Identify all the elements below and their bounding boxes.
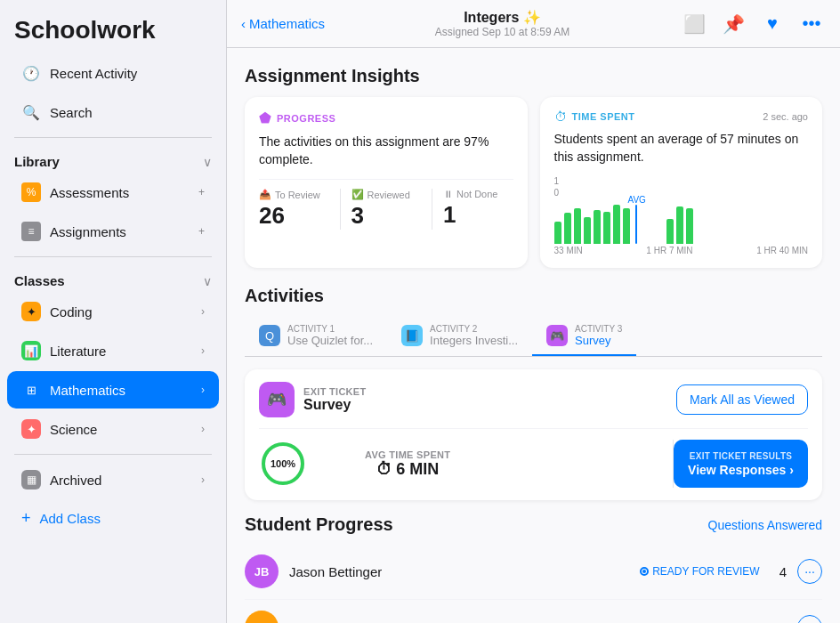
stat-header-not-done: ⏸ Not Done	[443, 189, 497, 199]
avatar-cb: CB	[245, 611, 279, 623]
topbar-center: Integers ✨ Assigned Sep 10 at 8:59 AM	[335, 9, 669, 38]
sidebar-item-archived[interactable]: ▦ Archived ›	[7, 461, 219, 498]
back-chevron-icon: ‹	[241, 16, 246, 31]
quizlet-tab-icon: Q	[259, 325, 280, 346]
chart-label-3: 1 HR 40 MIN	[756, 246, 808, 255]
activities-section: Activities Q ACTIVITY 1 Use Quizlet for.…	[245, 286, 822, 500]
progress-header: Student Progress Questions Answered	[245, 514, 822, 535]
reviewed-icon: ✅	[351, 189, 364, 200]
avg-time-label: AVG TIME SPENT	[365, 449, 450, 460]
ellipsis-icon: •••	[802, 13, 820, 34]
pin-button[interactable]: 📌	[719, 10, 747, 38]
chart-label-1: 33 MIN	[554, 246, 583, 255]
library-section-header: Library ∨	[0, 143, 226, 173]
avg-time-info: AVG TIME SPENT ⏱ 6 MIN	[365, 449, 450, 479]
back-label: Mathematics	[249, 16, 325, 31]
share-button[interactable]: ⬜	[680, 10, 708, 38]
tab3-content: ACTIVITY 3 Survey	[575, 324, 622, 347]
assignments-icon: ≡	[21, 222, 41, 241]
archived-icon: ▦	[21, 470, 41, 490]
to-review-icon: 📤	[259, 189, 271, 200]
divider2	[14, 256, 212, 257]
tab2-number: ACTIVITY 2	[430, 324, 518, 334]
bar-11	[686, 208, 693, 244]
add-class-label: Add Class	[40, 511, 101, 526]
divider	[14, 137, 212, 138]
student-score-jb: 4	[779, 564, 787, 579]
time-timestamp: 2 sec. ago	[763, 111, 808, 122]
to-review-value: 26	[259, 202, 285, 230]
time-icon: ⏱	[554, 109, 567, 124]
sidebar-mathematics-label: Mathematics	[50, 383, 192, 398]
tab1-content: ACTIVITY 1 Use Quizlet for...	[287, 324, 373, 347]
sidebar-item-recent-activity[interactable]: 🕐 Recent Activity	[7, 54, 219, 92]
avg-group: AVG	[642, 234, 660, 244]
insights-row: ⬟ PROGRESS The activities on this assign…	[245, 97, 822, 268]
sidebar-item-label: Recent Activity	[50, 66, 205, 81]
literature-icon: 📊	[21, 341, 41, 360]
circle-pct: 100%	[271, 458, 295, 469]
stat-header-review: 📤 To Review	[259, 189, 320, 200]
sidebar-item-assignments[interactable]: ≡ Assignments +	[7, 213, 219, 250]
bar-chart-container: 1 0 AVG	[554, 176, 809, 255]
back-button[interactable]: ‹ Mathematics	[241, 16, 325, 31]
share-icon: ⬜	[683, 13, 706, 35]
add-class-item[interactable]: + Add Class	[7, 500, 219, 537]
exit-ticket-icon: 🎮	[259, 382, 295, 417]
ready-badge-jb: READY FOR REVIEW	[640, 565, 759, 578]
bar-3	[574, 208, 581, 244]
clock-icon: ⏱	[376, 460, 392, 479]
assessments-label: Assessments	[50, 185, 190, 200]
sidebar-item-search[interactable]: 🔍 Search	[7, 93, 219, 131]
progress-dot-icon: ⬟	[259, 109, 271, 126]
tab-activity-1[interactable]: Q ACTIVITY 1 Use Quizlet for...	[245, 317, 387, 356]
tab-activity-3[interactable]: 🎮 ACTIVITY 3 Survey	[532, 317, 636, 356]
page-title: Integers ✨	[464, 9, 541, 26]
view-responses-label: EXIT TICKET RESULTS	[690, 451, 793, 461]
recent-activity-icon: 🕐	[21, 63, 41, 83]
library-label: Library	[14, 154, 60, 169]
reviewed-value: 3	[351, 202, 364, 230]
avg-time-value: ⏱ 6 MIN	[376, 460, 439, 479]
student-name-jb: Jason Bettinger	[289, 564, 629, 579]
topbar-actions: ⬜ 📌 ♥ •••	[680, 10, 826, 38]
sidebar-item-coding[interactable]: ✦ Coding ›	[7, 293, 219, 330]
activity-stats-row: 100% AVG TIME SPENT ⏱ 6 MIN	[259, 428, 808, 488]
search-icon: 🔍	[21, 102, 41, 122]
activity-tabs: Q ACTIVITY 1 Use Quizlet for... 📘 ACTIVI…	[245, 317, 822, 357]
student-progress-section: Student Progress Questions Answered JB J…	[245, 514, 822, 623]
exit-ticket-name: Survey	[303, 397, 367, 413]
sidebar-item-science[interactable]: ✦ Science ›	[7, 410, 219, 448]
chevron-right-icon5: ›	[789, 463, 794, 477]
add-icon: +	[198, 186, 205, 198]
favorite-button[interactable]: ♥	[758, 10, 787, 38]
bar-9	[666, 219, 674, 244]
main-content: ‹ Mathematics Integers ✨ Assigned Sep 10…	[227, 0, 840, 623]
mark-all-viewed-button[interactable]: Mark All as Viewed	[676, 384, 808, 415]
not-done-label: Not Done	[456, 189, 497, 199]
ready-status-jb: READY FOR REVIEW	[652, 565, 759, 578]
bar-6	[603, 212, 610, 244]
more-options-button[interactable]: •••	[797, 10, 826, 38]
view-responses-button[interactable]: EXIT TICKET RESULTS View Responses ›	[674, 440, 808, 488]
stat-not-done: ⏸ Not Done 1	[443, 189, 513, 230]
survey-tab-icon: 🎮	[546, 325, 568, 346]
sidebar-item-assessments[interactable]: % Assessments +	[7, 174, 219, 211]
tab-activity-2[interactable]: 📘 ACTIVITY 2 Integers Investi...	[387, 317, 532, 356]
more-options-jb[interactable]: ···	[797, 559, 822, 584]
archived-label: Archived	[50, 473, 192, 488]
ready-dot-jb	[640, 567, 649, 576]
not-done-icon: ⏸	[443, 189, 453, 199]
student-progress-title: Student Progress	[245, 514, 393, 535]
chart-x-labels: 33 MIN 1 HR 7 MIN 1 HR 40 MIN	[554, 246, 809, 255]
avg-time-number: 6 MIN	[396, 460, 439, 479]
questions-answered-link[interactable]: Questions Answered	[708, 518, 822, 532]
sidebar: Schoolwork 🕐 Recent Activity 🔍 Search Li…	[0, 0, 227, 623]
stat-to-review: 📤 To Review 26	[259, 189, 341, 230]
sidebar-item-literature[interactable]: 📊 Literature ›	[7, 332, 219, 369]
sidebar-item-mathematics[interactable]: ⊞ Mathematics ›	[7, 371, 219, 409]
ready-dot-inner-jb	[642, 570, 646, 573]
classes-chevron[interactable]: ∨	[203, 274, 212, 288]
more-options-cb[interactable]: ···	[797, 615, 822, 623]
library-chevron[interactable]: ∨	[203, 155, 212, 169]
